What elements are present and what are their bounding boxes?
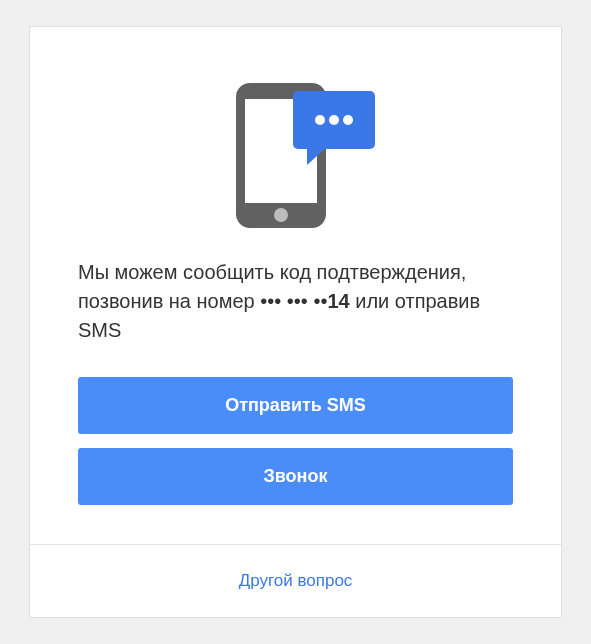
verification-card: Мы можем сообщить код подтверждения, поз… — [29, 26, 562, 618]
phone-sms-icon — [211, 75, 381, 230]
svg-point-2 — [274, 208, 288, 222]
description-text: Мы можем сообщить код подтверждения, поз… — [78, 258, 513, 345]
svg-point-6 — [343, 115, 353, 125]
other-question-link[interactable]: Другой вопрос — [239, 571, 353, 590]
illustration-wrapper — [78, 75, 513, 230]
footer: Другой вопрос — [30, 545, 561, 617]
main-content: Мы можем сообщить код подтверждения, поз… — [30, 27, 561, 544]
send-sms-button[interactable]: Отправить SMS — [78, 377, 513, 434]
svg-point-4 — [315, 115, 325, 125]
phone-visible-digits: 14 — [327, 290, 349, 312]
call-button[interactable]: Звонок — [78, 448, 513, 505]
phone-masked: ••• ••• •• — [260, 290, 327, 312]
svg-point-5 — [329, 115, 339, 125]
